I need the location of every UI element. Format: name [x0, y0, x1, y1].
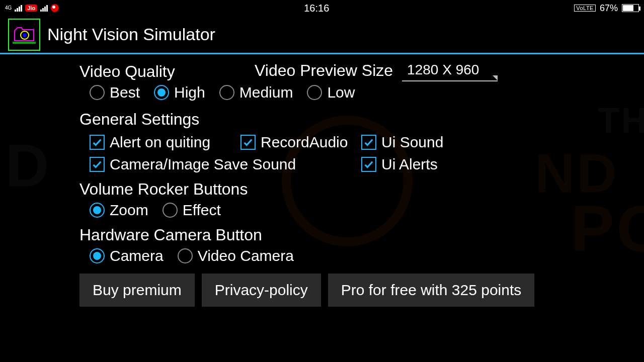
radio-low[interactable]: Low: [307, 84, 355, 101]
radio-label: Effect: [183, 202, 221, 219]
preview-size-label: Video Preview Size: [255, 61, 393, 80]
radio-label: Low: [327, 84, 355, 101]
app-icon: [8, 19, 40, 51]
preview-size-dropdown[interactable]: 1280 X 960: [402, 59, 498, 81]
app-title: Night Vision Simulator: [47, 25, 215, 44]
video-quality-heading: Video Quality: [79, 62, 255, 81]
radio-high[interactable]: High: [154, 84, 205, 101]
signal-icon: [15, 5, 22, 12]
radio-zoom[interactable]: Zoom: [90, 202, 148, 219]
hardware-camera-heading: Hardware Camera Button: [79, 226, 644, 244]
app-bar: Night Vision Simulator: [0, 16, 644, 54]
radio-best[interactable]: Best: [90, 84, 140, 101]
radio-label: Best: [110, 84, 140, 101]
volte-badge: VoLTE: [574, 5, 596, 12]
svg-rect-0: [13, 42, 36, 44]
svg-point-2: [23, 33, 27, 37]
dropdown-icon: [493, 75, 498, 80]
vodafone-icon: [51, 4, 59, 12]
check-ui-alerts[interactable]: Ui Alerts: [361, 156, 438, 173]
signal-icon-2: [40, 5, 48, 12]
check-alert-quit[interactable]: Alert on quiting: [90, 134, 210, 151]
radio-label: Camera: [110, 247, 164, 264]
radio-effect[interactable]: Effect: [163, 202, 221, 219]
check-label: Ui Alerts: [381, 156, 438, 173]
check-camera-save-sound[interactable]: Camera/Image Save Sound: [90, 156, 296, 173]
check-label: Camera/Image Save Sound: [110, 156, 296, 173]
radio-camera[interactable]: Camera: [90, 247, 164, 264]
check-record-audio[interactable]: RecordAudio: [240, 134, 348, 151]
check-label: Ui Sound: [381, 134, 443, 151]
radio-label: Medium: [239, 84, 293, 101]
radio-label: High: [174, 84, 205, 101]
battery-percent: 67%: [600, 3, 618, 14]
check-ui-sound[interactable]: Ui Sound: [361, 134, 443, 151]
radio-label: Zoom: [110, 202, 148, 219]
radio-video-camera[interactable]: Video Camera: [178, 247, 294, 264]
radio-medium[interactable]: Medium: [219, 84, 293, 101]
network-type: 4G: [5, 6, 12, 11]
carrier-badge: Jio: [25, 5, 37, 12]
status-bar: 4G Jio 16:16 VoLTE 67%: [0, 0, 644, 16]
battery-icon: [622, 4, 639, 12]
buy-premium-button[interactable]: Buy premium: [79, 274, 195, 307]
status-time: 16:16: [304, 3, 329, 14]
check-label: Alert on quiting: [110, 134, 210, 151]
pro-free-button[interactable]: Pro for free with 325 points: [328, 274, 535, 307]
volume-rocker-heading: Volume Rocker Buttons: [79, 180, 644, 199]
check-label: RecordAudio: [261, 134, 348, 151]
general-settings-heading: General Settings: [79, 110, 644, 129]
privacy-policy-button[interactable]: Privacy-policy: [202, 274, 321, 307]
radio-label: Video Camera: [198, 247, 294, 264]
preview-size-value: 1280 X 960: [407, 62, 479, 78]
